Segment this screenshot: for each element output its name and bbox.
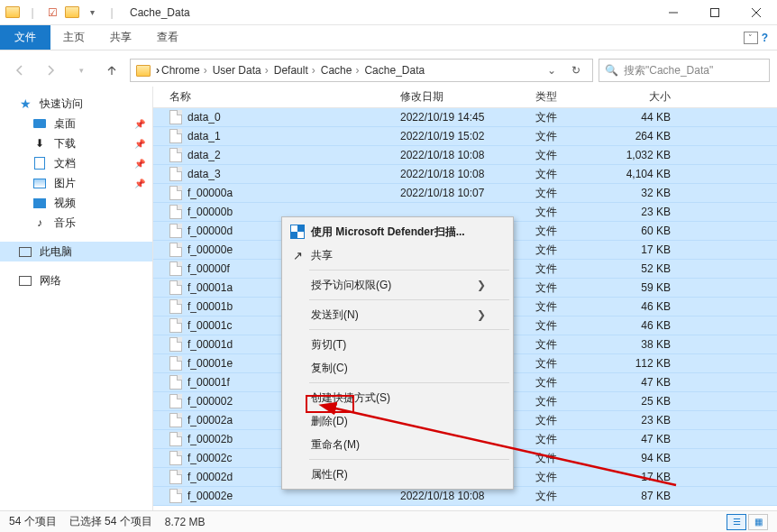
pc-icon (18, 244, 32, 259)
cell-date: 2022/10/19 15:02 (393, 130, 528, 142)
cell-size: 17 KB (593, 471, 678, 483)
table-row[interactable]: data_0 2022/10/19 14:45 文件 44 KB (153, 108, 777, 127)
file-icon (169, 394, 182, 408)
view-details-button[interactable]: ☰ (727, 514, 746, 530)
arrow-left-icon (14, 64, 26, 77)
column-date[interactable]: 修改日期 (393, 89, 528, 105)
menu-item-create-shortcut[interactable]: 创建快捷方式(S) (284, 386, 511, 409)
file-icon (169, 261, 182, 276)
menu-item-cut[interactable]: 剪切(T) (284, 333, 511, 356)
sidebar-item[interactable]: 图片📌 (0, 173, 152, 193)
address-bar-row: ▾ › Chrome› User Data› Default› Cache› C… (0, 56, 777, 87)
search-placeholder: 搜索"Cache_Data" (624, 63, 713, 78)
view-icons-button[interactable]: ▦ (748, 514, 768, 530)
refresh-button[interactable]: ↻ (563, 64, 589, 77)
cell-date: 2022/10/18 10:08 (393, 168, 528, 180)
file-icon (169, 167, 182, 181)
close-button[interactable] (736, 0, 777, 25)
column-type[interactable]: 类型 (528, 89, 593, 105)
file-icon (169, 224, 182, 238)
file-icon (169, 186, 182, 200)
cell-type: 文件 (528, 280, 593, 296)
column-resize-handle-icon[interactable]: ˆ (422, 86, 429, 107)
cell-size: 264 KB (593, 130, 678, 142)
column-name[interactable]: 名称 (162, 89, 393, 105)
file-icon (169, 243, 182, 257)
address-dropdown-icon[interactable]: ⌄ (542, 64, 562, 77)
cell-size: 46 KB (593, 300, 678, 313)
column-size[interactable]: 大小 (593, 89, 678, 105)
table-row[interactable]: f_00000a 2022/10/18 10:07 文件 32 KB (153, 184, 777, 203)
menu-item-copy[interactable]: 复制(C) (284, 356, 511, 380)
menu-separator (309, 270, 509, 271)
cell-date: 2022/10/18 10:07 (393, 187, 528, 199)
cell-size: 38 KB (593, 338, 678, 351)
sidebar-item[interactable]: 文档📌 (0, 153, 152, 173)
cell-size: 47 KB (593, 376, 678, 389)
qat-dropdown-icon[interactable]: ▾ (83, 4, 101, 22)
chevron-down-icon: ˅ (744, 32, 758, 44)
doc-icon (32, 156, 47, 170)
ribbon-tabs: 文件 主页 共享 查看 ˅ ? (0, 25, 777, 50)
cell-size: 52 KB (593, 262, 678, 275)
menu-item-delete[interactable]: 删除(D) (284, 409, 511, 433)
ribbon-help[interactable]: ˅ ? (744, 25, 777, 50)
nav-recent-button[interactable]: ▾ (69, 59, 94, 82)
table-row[interactable]: data_2 2022/10/18 10:08 文件 1,032 KB (153, 146, 777, 165)
cell-size: 17 KB (593, 243, 678, 256)
ribbon-tab-file[interactable]: 文件 (0, 25, 50, 50)
cell-size: 46 KB (593, 319, 678, 332)
folder-icon (136, 65, 151, 77)
menu-separator (309, 299, 509, 300)
music-icon: ♪ (32, 216, 47, 230)
sidebar-network[interactable]: 网络 (0, 271, 152, 290)
table-row[interactable]: f_00002e 2022/10/18 10:08 文件 87 KB (153, 487, 777, 506)
menu-separator (309, 382, 509, 383)
table-row[interactable]: data_3 2022/10/18 10:08 文件 4,104 KB (153, 165, 777, 184)
nav-back-button[interactable] (7, 59, 32, 82)
menu-item-defender-scan[interactable]: 使用 Microsoft Defender扫描... (284, 220, 511, 243)
sidebar-item[interactable]: 桌面📌 (0, 114, 152, 133)
cell-type: 文件 (528, 148, 593, 163)
table-row[interactable]: data_1 2022/10/19 15:02 文件 264 KB (153, 127, 777, 146)
qat-check-icon[interactable]: ☑ (43, 4, 61, 22)
sidebar-item[interactable]: ♪音乐 (0, 213, 152, 233)
ribbon-tab-share[interactable]: 共享 (97, 25, 144, 50)
breadcrumb: User Data› (213, 64, 272, 77)
cell-type: 文件 (528, 413, 593, 428)
menu-item-properties[interactable]: 属性(R) (284, 463, 511, 486)
pin-icon: 📌 (134, 179, 145, 188)
ribbon-tab-home[interactable]: 主页 (50, 25, 97, 50)
sidebar-item[interactable]: ⬇下载📌 (0, 133, 152, 153)
menu-item-grant-access[interactable]: 授予访问权限(G) ❯ (284, 273, 511, 297)
cell-size: 87 KB (593, 490, 678, 502)
cell-type: 文件 (528, 243, 593, 258)
maximize-icon (710, 8, 719, 17)
sidebar-item[interactable]: 视频 (0, 193, 152, 213)
help-icon[interactable]: ? (762, 32, 768, 44)
cell-size: 23 KB (593, 414, 678, 427)
menu-item-send-to[interactable]: 发送到(N) ❯ (284, 303, 511, 326)
nav-forward-button[interactable] (38, 59, 63, 82)
breadcrumb-sep[interactable]: › (156, 64, 160, 77)
search-icon: 🔍 (605, 64, 618, 77)
maximize-button[interactable] (694, 0, 736, 25)
ribbon-tab-view[interactable]: 查看 (144, 25, 191, 50)
file-icon (169, 375, 182, 390)
minimize-button[interactable] (653, 0, 694, 25)
search-input[interactable]: 🔍 搜索"Cache_Data" (599, 59, 770, 82)
qat-folder-icon[interactable] (63, 4, 81, 22)
cell-type: 文件 (528, 167, 593, 182)
sidebar-this-pc[interactable]: 此电脑 (0, 242, 152, 261)
img-icon (32, 176, 47, 190)
menu-item-rename[interactable]: 重命名(M) (284, 433, 511, 456)
cell-type: 文件 (528, 205, 593, 220)
address-bar[interactable]: › Chrome› User Data› Default› Cache› Cac… (130, 59, 593, 82)
file-icon (169, 110, 182, 124)
menu-item-share[interactable]: ↗ 共享 (284, 243, 511, 267)
sidebar-quick-access[interactable]: ★ 快速访问 (0, 94, 152, 114)
cell-type: 文件 (528, 470, 593, 485)
nav-up-button[interactable] (99, 59, 124, 82)
qat-separator: | (23, 4, 41, 22)
qat-separator: | (103, 4, 121, 22)
